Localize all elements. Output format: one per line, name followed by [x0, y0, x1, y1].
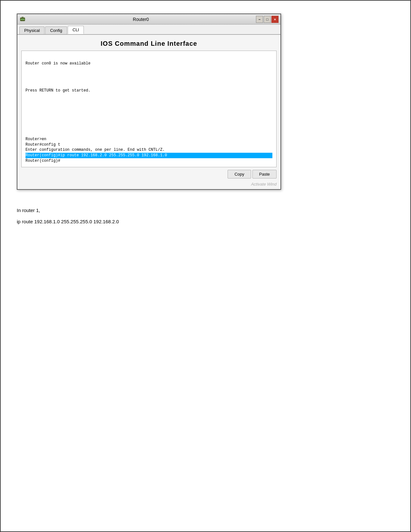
cli-line: [25, 110, 272, 115]
cli-line: [25, 104, 272, 110]
minimize-button[interactable]: –: [256, 16, 263, 23]
window-controls: – □ ×: [256, 16, 279, 23]
tab-physical[interactable]: Physical: [19, 26, 44, 34]
page-notes: In router 1, ip route 192.168.1.0 255.25…: [17, 206, 394, 226]
cli-line: Enter configuration commands, one per li…: [25, 147, 272, 153]
copy-button[interactable]: Copy: [228, 170, 251, 179]
cli-line: [25, 55, 272, 61]
note-line-1: In router 1,: [17, 206, 394, 215]
activate-watermark: Activate Wind: [17, 181, 280, 189]
cli-line: Press RETURN to get started.: [25, 88, 272, 93]
cli-terminal[interactable]: Router con0 is now available Press RETUR…: [22, 51, 276, 167]
cli-line: [25, 120, 272, 126]
cli-terminal-wrapper: Router con0 is now available Press RETUR…: [21, 51, 277, 167]
svg-point-1: [21, 19, 22, 20]
cli-line: Router(config)#: [25, 158, 272, 164]
cli-line: Router(config)#ip route 192.168.2.0 255.…: [25, 153, 272, 158]
window-title: Router0: [26, 17, 256, 22]
router-window: Router0 – □ × Physical Config CLI IOS Co…: [17, 14, 281, 190]
cli-line: [25, 99, 272, 104]
cli-line: [25, 51, 272, 55]
tab-cli[interactable]: CLI: [68, 26, 84, 34]
cli-line: [25, 66, 272, 72]
title-bar: Router0 – □ ×: [17, 14, 280, 24]
tab-config[interactable]: Config: [45, 26, 67, 34]
cli-line: [25, 126, 272, 131]
maximize-button[interactable]: □: [264, 16, 271, 23]
cli-line: Router>en: [25, 137, 272, 142]
cli-section: IOS Command Line Interface Router con0 i…: [17, 35, 280, 189]
cli-button-bar: Copy Paste: [17, 167, 280, 181]
cli-line: [25, 77, 272, 82]
close-button[interactable]: ×: [271, 16, 279, 23]
cli-line: Router con0 is now available: [25, 61, 272, 66]
svg-point-2: [22, 19, 23, 20]
tab-bar: Physical Config CLI: [17, 24, 280, 35]
cli-line: [25, 72, 272, 77]
paste-button[interactable]: Paste: [252, 170, 277, 179]
cli-line: [25, 82, 272, 88]
cli-header: IOS Command Line Interface: [17, 38, 280, 51]
cli-line: Router#config t: [25, 142, 272, 148]
router-icon: [19, 16, 26, 23]
svg-point-3: [24, 19, 24, 20]
cli-line: [25, 115, 272, 121]
cli-line: [25, 131, 272, 137]
note-line-2: ip route 192.168.1.0 255.255.255.0 192.1…: [17, 217, 394, 226]
cli-line: [25, 93, 272, 99]
